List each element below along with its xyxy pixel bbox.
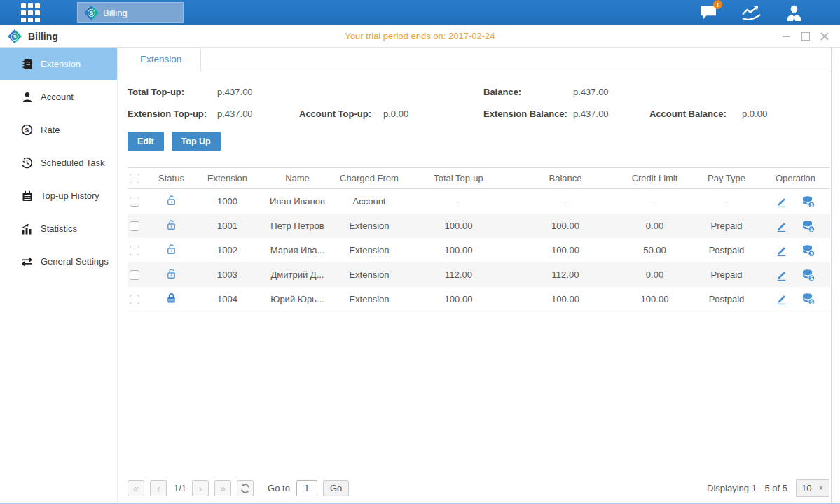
edit-pencil-icon[interactable] — [776, 195, 787, 208]
balance-value: p.437.00 — [573, 87, 649, 97]
reports-chart-icon[interactable] — [741, 4, 761, 21]
pay-type-cell: Prepaid — [691, 220, 762, 231]
credit-limit-cell: 50.00 — [618, 245, 691, 255]
lock-open-icon — [165, 218, 177, 231]
column-header-extension: Extension — [194, 173, 261, 183]
row-checkbox[interactable] — [130, 295, 139, 304]
billing-app-window: $ Billing ! — [0, 0, 840, 504]
sidebar-item-rate[interactable]: $ Rate — [0, 113, 117, 146]
page-indicator: 1/1 — [174, 483, 186, 493]
sidebar-item-extension[interactable]: Extension — [0, 48, 117, 80]
table-body: 1000 Иван Иванов Account - - - - $ — [128, 189, 830, 312]
charged-from-cell: Extension — [334, 294, 404, 304]
sidebar-item-scheduled-task[interactable]: Scheduled Task — [0, 146, 117, 179]
lock-closed-icon — [165, 292, 177, 304]
edit-pencil-icon[interactable] — [776, 269, 787, 281]
tab-extension[interactable]: Extension — [121, 48, 201, 71]
extension-balance-value: p.437.00 — [573, 108, 649, 119]
notifications-chat-icon[interactable]: ! — [698, 4, 718, 21]
row-checkbox[interactable] — [130, 197, 139, 206]
top-up-coins-icon[interactable]: $ — [801, 269, 815, 281]
total-topup-cell: 100.00 — [404, 294, 513, 304]
goto-page-input[interactable] — [296, 480, 317, 496]
next-page-button[interactable]: › — [192, 480, 209, 496]
table-row: 1000 Иван Иванов Account - - - - $ — [128, 189, 830, 214]
edit-pencil-icon[interactable] — [776, 244, 787, 257]
credit-limit-cell: 100.00 — [618, 294, 691, 304]
general-settings-sliders-icon — [21, 255, 33, 267]
sidebar-item-label: Scheduled Task — [41, 158, 105, 168]
minimize-icon[interactable] — [782, 31, 791, 41]
top-bar: $ Billing ! — [0, 0, 840, 25]
balance-cell: 100.00 — [513, 294, 618, 304]
sidebar-item-account[interactable]: Account — [0, 80, 117, 113]
total-topup-cell: 100.00 — [404, 220, 513, 231]
top-up-coins-icon[interactable]: $ — [801, 244, 815, 257]
svg-text:$: $ — [810, 226, 813, 232]
credit-limit-cell: 0.00 — [618, 220, 691, 231]
maximize-icon[interactable] — [801, 31, 810, 41]
last-page-button[interactable]: » — [214, 480, 231, 496]
pagination-bar: « ‹ 1/1 › » Go to Go — [128, 479, 831, 497]
user-account-icon[interactable] — [784, 4, 804, 21]
row-checkbox[interactable] — [130, 221, 139, 231]
top-up-coins-icon[interactable]: $ — [801, 195, 815, 208]
prev-page-button[interactable]: ‹ — [150, 480, 167, 496]
pay-type-cell: Postpaid — [691, 245, 762, 255]
app-tab-billing[interactable]: $ Billing — [77, 2, 184, 23]
top-up-coins-icon[interactable]: $ — [801, 220, 815, 232]
sidebar-item-general-settings[interactable]: General Settings — [0, 245, 117, 278]
notification-badge: ! — [713, 0, 722, 9]
sidebar-item-label: Rate — [41, 125, 60, 135]
account-topup-label: Account Top-up: — [299, 108, 383, 119]
select-all-checkbox[interactable] — [130, 174, 139, 183]
tab-strip-empty — [201, 48, 831, 71]
edit-pencil-icon[interactable] — [776, 220, 787, 232]
sidebar-item-label: Extension — [41, 59, 81, 69]
app-grid-icon[interactable] — [21, 4, 55, 22]
credit-limit-cell: 0.00 — [618, 270, 691, 280]
svg-text:$: $ — [810, 275, 813, 281]
first-page-button[interactable]: « — [128, 480, 144, 496]
extension-cell: 1002 — [194, 245, 261, 255]
row-checkbox[interactable] — [130, 270, 139, 280]
sidebar-item-statistics[interactable]: Statistics — [0, 212, 117, 245]
account-balance-value: p.0.00 — [742, 108, 831, 119]
balance-cell: - — [513, 196, 618, 206]
lock-open-icon — [165, 243, 177, 255]
status-cell — [149, 194, 194, 209]
extension-cell: 1000 — [194, 196, 261, 206]
page-size-select[interactable]: 10 ▼ — [796, 479, 829, 497]
operation-cell: $ — [762, 269, 829, 281]
sidebar: Extension Account $ Rate Scheduled Task — [0, 48, 118, 503]
top-up-button[interactable]: Top Up — [172, 132, 221, 151]
lock-open-icon — [165, 194, 177, 206]
go-button[interactable]: Go — [323, 480, 349, 496]
total-topup-cell: - — [404, 196, 513, 206]
balance-summary: Total Top-up: p.437.00 Balance: p.437.00… — [128, 81, 831, 125]
sidebar-item-topup-history[interactable]: Top-up History — [0, 179, 117, 212]
column-header-operation: Operation — [762, 173, 829, 183]
column-header-status: Status — [149, 173, 194, 183]
top-up-coins-icon[interactable]: $ — [801, 293, 815, 305]
extension-topup-label: Extension Top-up: — [128, 108, 217, 119]
column-header-charged-from: Charged From — [334, 173, 404, 183]
name-cell: Мария Ива... — [261, 245, 334, 255]
total-topup-value: p.437.00 — [217, 87, 299, 97]
edit-button[interactable]: Edit — [128, 132, 164, 151]
credit-limit-cell: - — [618, 196, 691, 206]
operation-cell: $ — [762, 220, 829, 232]
table-row: 1004 Юрий Юрь... Extension 100.00 100.00… — [128, 287, 830, 312]
edit-pencil-icon[interactable] — [776, 293, 787, 305]
charged-from-cell: Extension — [334, 220, 404, 231]
extension-topup-value: p.437.00 — [217, 108, 299, 119]
column-header-pay-type: Pay Type — [691, 173, 762, 183]
extension-cell: 1004 — [194, 294, 261, 304]
total-topup-cell: 100.00 — [404, 245, 513, 255]
status-cell — [149, 243, 194, 258]
status-cell — [149, 292, 194, 307]
refresh-button[interactable] — [237, 480, 254, 496]
charged-from-cell: Extension — [334, 245, 404, 255]
row-checkbox[interactable] — [130, 246, 139, 255]
close-icon[interactable] — [820, 31, 829, 41]
